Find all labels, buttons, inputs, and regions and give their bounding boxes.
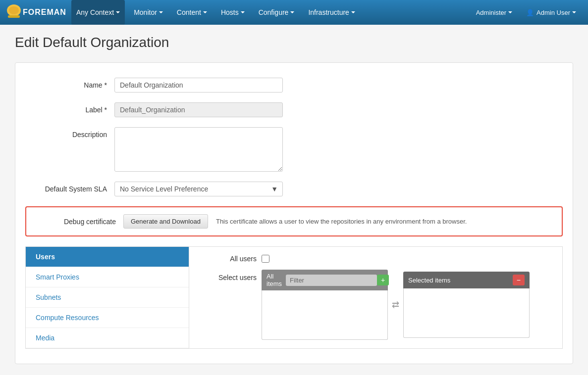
generate-download-button[interactable]: Generate and Download xyxy=(123,214,208,229)
page-title: Edit Default Organization xyxy=(15,35,573,50)
helmet-icon xyxy=(5,2,23,22)
right-panel: All users Select users All items xyxy=(189,247,562,348)
navbar-right: Administer 👤 Admin User xyxy=(469,0,583,25)
all-items-box: All items + xyxy=(262,270,388,340)
label-input[interactable] xyxy=(114,102,283,117)
sla-select-wrapper: No Service Level Preference Standard Pre… xyxy=(114,182,283,196)
label-group: Label * xyxy=(25,102,563,117)
sidebar-item-media-label: Media xyxy=(36,334,54,342)
debug-cert-box: Debug certificate Generate and Download … xyxy=(25,206,563,236)
nav-infrastructure-label: Infrastructure xyxy=(308,8,349,16)
sidebar-item-compute-resources-label: Compute Resources xyxy=(36,314,99,322)
description-group: Description xyxy=(25,127,563,172)
sla-label: Default System SLA xyxy=(25,182,114,193)
all-users-checkbox[interactable] xyxy=(262,255,269,263)
nav-hosts-label: Hosts xyxy=(221,8,239,16)
sidebar-item-users[interactable]: Users xyxy=(26,247,189,267)
brand: FOREMAN xyxy=(5,2,66,22)
all-users-row: All users xyxy=(197,255,554,263)
dual-list: All items + ⇄ xyxy=(262,270,554,340)
sidebar-item-smart-proxies-label: Smart Proxies xyxy=(36,273,79,281)
nav-configure-label: Configure xyxy=(259,8,289,16)
name-label: Name * xyxy=(25,78,114,89)
nav-infrastructure[interactable]: Infrastructure xyxy=(301,0,362,25)
all-items-list xyxy=(262,290,388,340)
sla-select[interactable]: No Service Level Preference Standard Pre… xyxy=(114,182,283,196)
transfer-arrows: ⇄ xyxy=(392,299,399,310)
nav-monitor[interactable]: Monitor xyxy=(127,0,170,25)
name-input[interactable] xyxy=(114,78,283,93)
nav-configure[interactable]: Configure xyxy=(252,0,302,25)
remove-items-button[interactable]: − xyxy=(513,275,525,285)
lower-section: Users Smart Proxies Subnets Compute Reso… xyxy=(25,246,563,349)
sidebar-item-media[interactable]: Media xyxy=(26,328,189,348)
nav-content-label: Content xyxy=(177,8,201,16)
context-caret-icon xyxy=(116,11,120,13)
user-caret-icon xyxy=(572,11,576,13)
description-input[interactable] xyxy=(114,127,283,172)
cert-description: This certificate allows a user to view t… xyxy=(216,218,554,225)
brand-label: FOREMAN xyxy=(23,8,66,17)
sla-group: Default System SLA No Service Level Pref… xyxy=(25,182,563,196)
all-users-label: All users xyxy=(197,255,257,263)
administer-label: Administer xyxy=(476,9,506,16)
user-avatar-icon: 👤 xyxy=(526,9,534,16)
svg-rect-1 xyxy=(8,15,20,18)
administer-caret-icon xyxy=(508,11,512,13)
configure-caret-icon xyxy=(290,11,294,13)
sidebar-tabs: Users Smart Proxies Subnets Compute Reso… xyxy=(26,247,189,348)
user-label: Admin User xyxy=(536,9,570,16)
infrastructure-caret-icon xyxy=(351,11,355,13)
context-switcher[interactable]: Any Context xyxy=(71,0,125,25)
sidebar-item-compute-resources[interactable]: Compute Resources xyxy=(26,308,189,328)
sidebar-item-smart-proxies[interactable]: Smart Proxies xyxy=(26,267,189,287)
select-users-label: Select users xyxy=(197,270,257,281)
name-group: Name * xyxy=(25,78,563,93)
form-card: Name * Label * Description Default Syste… xyxy=(15,62,573,364)
nav-user[interactable]: 👤 Admin User xyxy=(519,0,583,25)
nav-content[interactable]: Content xyxy=(170,0,214,25)
sidebar-item-subnets[interactable]: Subnets xyxy=(26,287,189,308)
debug-cert-label: Debug certificate xyxy=(34,218,123,226)
all-items-header-label: All items xyxy=(267,273,282,287)
svg-point-2 xyxy=(9,6,19,14)
selected-items-list xyxy=(403,288,530,338)
selected-items-box: Selected items − xyxy=(403,272,530,338)
nav-hosts[interactable]: Hosts xyxy=(214,0,252,25)
select-users-row: Select users All items + xyxy=(197,270,554,340)
navbar: FOREMAN Any Context Monitor Content Host… xyxy=(0,0,588,25)
sidebar-item-subnets-label: Subnets xyxy=(36,293,61,301)
all-items-filter-input[interactable] xyxy=(286,275,377,286)
page-content: Edit Default Organization Name * Label *… xyxy=(0,25,588,374)
all-items-header: All items + xyxy=(262,270,388,290)
selected-items-header: Selected items − xyxy=(403,272,530,288)
nav-monitor-label: Monitor xyxy=(134,8,157,16)
label-label: Label * xyxy=(25,102,114,114)
content-caret-icon xyxy=(203,11,207,13)
selected-items-header-label: Selected items xyxy=(408,277,450,284)
nav-administer[interactable]: Administer xyxy=(469,0,519,25)
description-label: Description xyxy=(25,127,114,139)
transfer-icon: ⇄ xyxy=(392,299,399,310)
add-items-button[interactable]: + xyxy=(377,275,389,285)
sidebar-item-users-label: Users xyxy=(36,253,55,261)
hosts-caret-icon xyxy=(241,11,245,13)
filter-row: All items xyxy=(267,273,377,287)
monitor-caret-icon xyxy=(159,11,163,13)
context-label: Any Context xyxy=(76,8,114,16)
